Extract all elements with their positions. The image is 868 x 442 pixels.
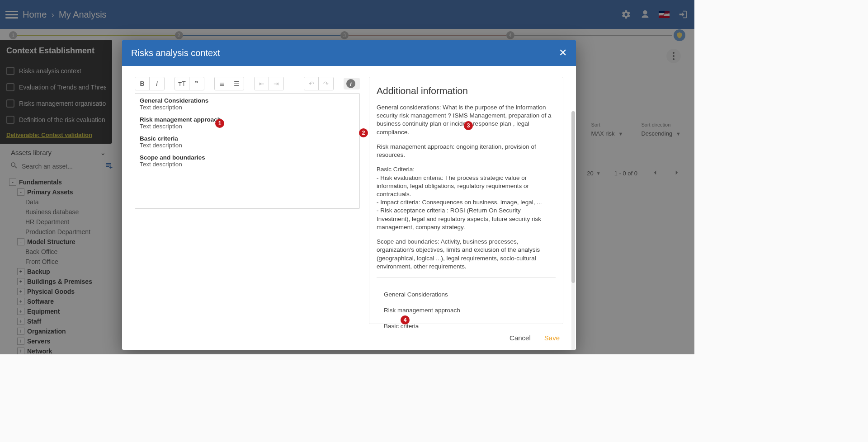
- info-panel-title: Additional information: [377, 85, 556, 96]
- outdent-button[interactable]: ⇤: [255, 77, 269, 90]
- text-size-button[interactable]: ᴛT: [175, 77, 189, 90]
- quote-button[interactable]: ❞: [189, 77, 204, 90]
- editor-section-body: Text description: [140, 123, 355, 130]
- info-icon: i: [346, 79, 355, 88]
- additional-info-panel: Additional information General considera…: [369, 77, 563, 324]
- risks-analysis-context-dialog: Risks analysis context ✕ B I ᴛT ❞ ≣ ☰ ⇤: [122, 40, 576, 350]
- redo-button[interactable]: ↷: [319, 77, 333, 90]
- editor-section-title: Basic criteria: [140, 135, 355, 142]
- editor-section-title: Risk management approach: [140, 116, 355, 123]
- editor-section-title: Scope and boundaries: [140, 154, 355, 161]
- info-toggle-button[interactable]: i: [344, 78, 360, 89]
- annotation-badge-3: 3: [464, 121, 473, 130]
- cancel-button[interactable]: Cancel: [509, 334, 531, 342]
- annotation-badge-1: 1: [215, 119, 224, 128]
- modal-scrollbar[interactable]: [571, 111, 575, 350]
- info-paragraph: Risk management approach: ongoing iterat…: [377, 143, 556, 159]
- info-paragraph: General considerations: What is the purp…: [377, 103, 556, 136]
- annotation-badge-2: 2: [359, 128, 368, 137]
- info-link-item[interactable]: General Considerations: [377, 287, 556, 302]
- close-icon[interactable]: ✕: [559, 47, 567, 59]
- italic-button[interactable]: I: [150, 77, 164, 90]
- info-paragraph: Basic Criteria: - Risk evaluation criter…: [377, 165, 556, 231]
- editor-section-body: Text description: [140, 161, 355, 168]
- numbered-list-button[interactable]: ☰: [229, 77, 244, 90]
- editor-toolbar: B I ᴛT ❞ ≣ ☰ ⇤ ⇥ ↶ ↷: [135, 77, 360, 90]
- info-paragraph: Scope and boundaries: Activity, business…: [377, 238, 556, 271]
- divider: [377, 277, 556, 277]
- dialog-title: Risks analysis context: [131, 48, 220, 58]
- editor-section-title: General Considerations: [140, 97, 355, 104]
- editor-section-body: Text description: [140, 142, 355, 149]
- editor-section-body: Text description: [140, 104, 355, 111]
- bullet-list-button[interactable]: ≣: [215, 77, 229, 90]
- undo-button[interactable]: ↶: [304, 77, 319, 90]
- indent-button[interactable]: ⇥: [269, 77, 283, 90]
- rich-text-editor[interactable]: General Considerations Text description …: [135, 93, 360, 209]
- annotation-badge-4: 4: [401, 315, 410, 324]
- bold-button[interactable]: B: [135, 77, 150, 90]
- save-button[interactable]: Save: [544, 334, 560, 342]
